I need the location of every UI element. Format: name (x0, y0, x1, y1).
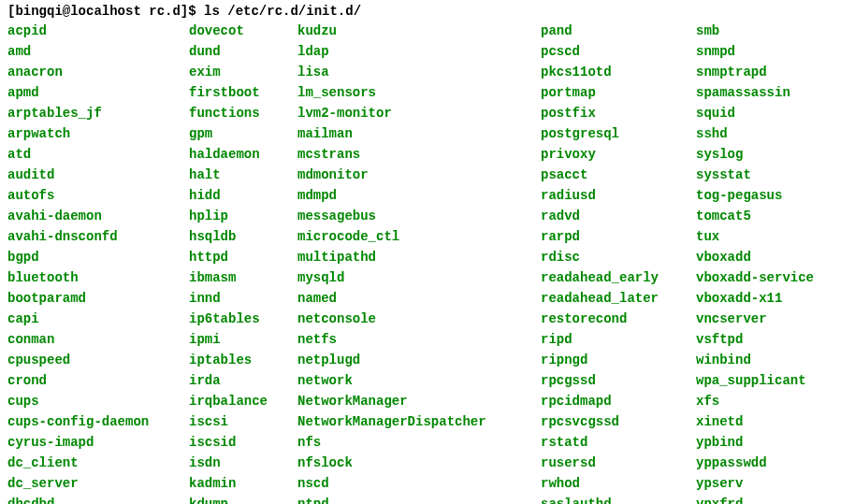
ls-entry: iscsi (189, 411, 286, 432)
ls-entry: yppasswdd (696, 453, 846, 473)
ls-entry: pand (541, 21, 685, 41)
ls-entry: xfs (696, 391, 846, 411)
shell-prompt: [bingqi@localhost rc.d]$ ls /etc/rc.d/in… (7, 4, 848, 19)
ls-entry: gpm (189, 123, 286, 144)
ls-entry: NetworkManagerDispatcher (297, 411, 529, 432)
ls-entry: ypserv (696, 473, 846, 494)
ls-entry: netplugd (297, 350, 529, 370)
ls-entry: amd (7, 41, 178, 62)
ls-entry: bootparamd (7, 288, 178, 309)
ls-entry: avahi-dnsconfd (7, 226, 178, 247)
ls-entry: saslauthd (541, 494, 685, 504)
ls-entry: hidd (189, 185, 286, 206)
ls-entry: arpwatch (7, 123, 178, 144)
ls-entry: ypbind (696, 432, 846, 453)
ls-entry: microcode_ctl (297, 226, 529, 247)
ls-column-1: acpid amd anacron apmd arptables_jf arpw… (7, 21, 178, 504)
ls-entry: kadmin (189, 473, 286, 494)
ls-entry: autofs (7, 185, 178, 206)
ls-entry: haldaemon (189, 144, 286, 165)
ls-entry: syslog (696, 144, 846, 165)
ls-entry: lm_sensors (297, 82, 529, 103)
ls-entry: kdump (189, 494, 286, 504)
ls-entry: auditd (7, 165, 178, 185)
ls-entry: pcscd (541, 41, 685, 62)
ls-entry: spamassassin (696, 82, 846, 103)
ls-entry: firstboot (189, 82, 286, 103)
ls-entry: winbind (696, 350, 846, 370)
ls-entry: ibmasm (189, 267, 286, 288)
ls-entry: dund (189, 41, 286, 62)
ls-entry: isdn (189, 453, 286, 473)
ls-entry: nfslock (297, 453, 529, 473)
ls-entry: xinetd (696, 411, 846, 432)
ls-entry: network (297, 370, 529, 391)
ls-entry: pkcs11otd (541, 62, 685, 82)
ls-entry: avahi-daemon (7, 206, 178, 226)
ls-entry: readahead_early (541, 267, 685, 288)
ls-entry: portmap (541, 82, 685, 103)
ls-entry: apmd (7, 82, 178, 103)
ls-entry: ntpd (297, 494, 529, 504)
ls-entry: exim (189, 62, 286, 82)
ls-entry: ipmi (189, 329, 286, 350)
ls-entry: crond (7, 370, 178, 391)
ls-entry: squid (696, 103, 846, 123)
ls-entry: cups (7, 391, 178, 411)
ls-entry: snmpd (696, 41, 846, 62)
ls-entry: snmptrapd (696, 62, 846, 82)
ls-entry: tomcat5 (696, 206, 846, 226)
ls-entry: hplip (189, 206, 286, 226)
ls-entry: rpcgssd (541, 370, 685, 391)
ls-entry: halt (189, 165, 286, 185)
ls-entry: httpd (189, 247, 286, 267)
ls-output: acpid amd anacron apmd arptables_jf arpw… (7, 21, 848, 504)
ls-entry: mdmonitor (297, 165, 529, 185)
ls-column-2: dovecot dund exim firstboot functions gp… (189, 21, 286, 504)
ls-entry: radiusd (541, 185, 685, 206)
ls-entry: ip6tables (189, 309, 286, 329)
ls-column-5: smb snmpd snmptrapd spamassassin squid s… (696, 21, 846, 504)
ls-entry: rpcidmapd (541, 391, 685, 411)
ls-entry: bgpd (7, 247, 178, 267)
ls-entry: arptables_jf (7, 103, 178, 123)
ls-entry: cpuspeed (7, 350, 178, 370)
ls-entry: capi (7, 309, 178, 329)
ls-entry: multipathd (297, 247, 529, 267)
ls-entry: mailman (297, 123, 529, 144)
ls-entry: mdmpd (297, 185, 529, 206)
ls-entry: vncserver (696, 309, 846, 329)
ls-entry: vboxadd-service (696, 267, 846, 288)
ls-entry: named (297, 288, 529, 309)
ls-entry: kudzu (297, 21, 529, 41)
ls-entry: rpcsvcgssd (541, 411, 685, 432)
ls-entry: ypxfrd (696, 494, 846, 504)
ls-entry: NetworkManager (297, 391, 529, 411)
ls-entry: rusersd (541, 453, 685, 473)
ls-entry: readahead_later (541, 288, 685, 309)
ls-entry: nscd (297, 473, 529, 494)
ls-entry: lvm2-monitor (297, 103, 529, 123)
ls-entry: mcstrans (297, 144, 529, 165)
ls-entry: vboxadd (696, 247, 846, 267)
ls-entry: iptables (189, 350, 286, 370)
ls-entry: vsftpd (696, 329, 846, 350)
ls-entry: wpa_supplicant (696, 370, 846, 391)
ls-entry: dovecot (189, 21, 286, 41)
ls-entry: smb (696, 21, 846, 41)
ls-entry: atd (7, 144, 178, 165)
ls-entry: postfix (541, 103, 685, 123)
ls-entry: cups-config-daemon (7, 411, 178, 432)
ls-entry: nfs (297, 432, 529, 453)
ls-entry: cyrus-imapd (7, 432, 178, 453)
ls-entry: dhcdbd (7, 494, 178, 504)
ls-entry: acpid (7, 21, 178, 41)
ls-entry: lisa (297, 62, 529, 82)
ls-entry: sshd (696, 123, 846, 144)
ls-entry: irqbalance (189, 391, 286, 411)
ls-entry: functions (189, 103, 286, 123)
ls-entry: restorecond (541, 309, 685, 329)
ls-entry: rdisc (541, 247, 685, 267)
ls-entry: hsqldb (189, 226, 286, 247)
ls-entry: ripd (541, 329, 685, 350)
